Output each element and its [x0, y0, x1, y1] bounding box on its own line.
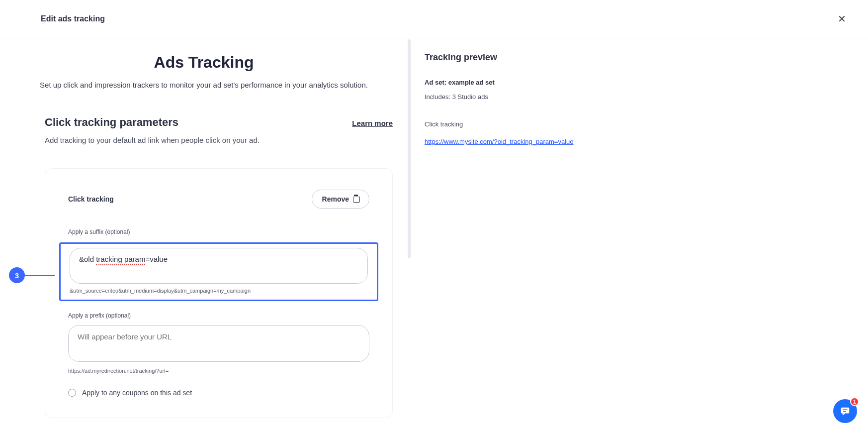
learn-more-link[interactable]: Learn more	[352, 119, 393, 127]
prefix-field-label: Apply a prefix (optional)	[68, 312, 369, 319]
remove-button[interactable]: Remove	[312, 190, 369, 209]
preview-panel: Tracking preview Ad set: example ad set …	[411, 38, 868, 434]
trash-icon	[353, 196, 359, 203]
suffix-helper-text: &utm_source=criteo&utm_medium=display&ut…	[70, 288, 368, 294]
chat-notification-badge: 1	[850, 397, 859, 406]
suffix-highlight-box: &old tracking param=value &utm_source=cr…	[59, 242, 378, 301]
close-icon[interactable]: ✕	[834, 11, 850, 27]
annotation-badge: 3	[9, 267, 25, 283]
suffix-value-part1: &old	[79, 255, 96, 263]
suffix-value-part3: =value	[145, 255, 168, 263]
page-subtitle: Set up click and impression trackers to …	[0, 81, 408, 89]
card-title: Click tracking	[68, 195, 114, 203]
modal-header: Edit ads tracking ✕	[0, 0, 868, 38]
preview-click-label: Click tracking	[425, 120, 848, 128]
suffix-field-label: Apply a suffix (optional)	[68, 228, 369, 235]
preview-includes: Includes: 3 Studio ads	[425, 93, 848, 101]
section-title: Click tracking parameters	[45, 116, 178, 129]
coupon-checkbox-row: Apply to any coupons on this ad set	[68, 389, 369, 397]
prefix-field-block: Apply a prefix (optional) https://ad.myr…	[68, 312, 369, 374]
chat-badge-count: 1	[853, 399, 856, 405]
modal-title: Edit ads tracking	[41, 14, 105, 23]
left-panel: Ads Tracking Set up click and impression…	[0, 38, 408, 434]
card-header: Click tracking Remove	[68, 190, 369, 209]
prefix-input[interactable]	[68, 325, 369, 362]
preview-title: Tracking preview	[425, 52, 848, 63]
suffix-value-spellcheck: tracking param	[96, 254, 145, 265]
remove-button-label: Remove	[322, 195, 349, 203]
click-tracking-card: Click tracking Remove Apply a suffix (op…	[45, 168, 393, 418]
svg-rect-0	[841, 408, 850, 414]
coupon-checkbox[interactable]	[68, 389, 76, 397]
click-tracking-section: Click tracking parameters Learn more Add…	[0, 89, 408, 418]
annotation-line	[25, 275, 55, 276]
section-header: Click tracking parameters Learn more	[45, 116, 393, 129]
chat-icon	[840, 406, 851, 417]
preview-adset-label: Ad set: example ad set	[425, 79, 848, 86]
page-title: Ads Tracking	[0, 53, 408, 72]
preview-url-link[interactable]: https://www.mysite.com/?old_tracking_par…	[425, 138, 574, 145]
section-description: Add tracking to your default ad link whe…	[45, 136, 393, 144]
chat-widget-button[interactable]: 1	[833, 399, 857, 423]
modal-content: Ads Tracking Set up click and impression…	[0, 38, 868, 434]
annotation-number: 3	[15, 271, 19, 280]
suffix-input[interactable]: &old tracking param=value	[70, 248, 368, 284]
prefix-helper-text: https://ad.myredirection.net/tracking/?u…	[68, 368, 369, 374]
coupon-checkbox-label: Apply to any coupons on this ad set	[82, 389, 192, 397]
preview-block: Ad set: example ad set Includes: 3 Studi…	[425, 79, 848, 146]
